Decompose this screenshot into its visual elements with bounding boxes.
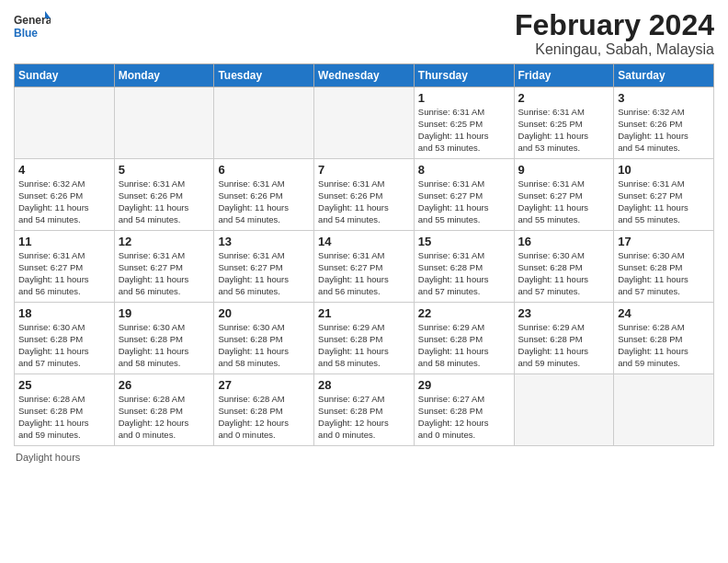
calendar-cell: 21Sunrise: 6:29 AM Sunset: 6:28 PM Dayli… [314, 303, 415, 374]
daylight-label: Daylight hours [16, 452, 80, 463]
calendar-cell: 17Sunrise: 6:30 AM Sunset: 6:28 PM Dayli… [614, 231, 714, 303]
day-info: Sunrise: 6:28 AM Sunset: 6:28 PM Dayligh… [218, 394, 310, 441]
col-header-sunday: Sunday [15, 64, 115, 87]
day-number: 12 [119, 235, 210, 248]
calendar-cell [114, 87, 214, 159]
day-info: Sunrise: 6:29 AM Sunset: 6:28 PM Dayligh… [318, 322, 410, 369]
day-info: Sunrise: 6:31 AM Sunset: 6:25 PM Dayligh… [518, 107, 610, 154]
day-number: 6 [218, 163, 310, 177]
calendar-cell: 26Sunrise: 6:28 AM Sunset: 6:28 PM Dayli… [114, 374, 214, 446]
day-info: Sunrise: 6:28 AM Sunset: 6:28 PM Dayligh… [618, 322, 710, 369]
calendar-cell: 11Sunrise: 6:31 AM Sunset: 6:27 PM Dayli… [15, 231, 115, 303]
calendar-table: SundayMondayTuesdayWednesdayThursdayFrid… [14, 63, 714, 446]
title-block: February 2024 Keningau, Sabah, Malaysia [515, 9, 714, 58]
calendar-cell: 22Sunrise: 6:29 AM Sunset: 6:28 PM Dayli… [414, 303, 514, 374]
week-row-3: 11Sunrise: 6:31 AM Sunset: 6:27 PM Dayli… [15, 231, 714, 303]
day-number: 24 [618, 306, 710, 320]
day-info: Sunrise: 6:31 AM Sunset: 6:27 PM Dayligh… [618, 178, 710, 225]
calendar-cell: 15Sunrise: 6:31 AM Sunset: 6:28 PM Dayli… [414, 231, 514, 303]
col-header-friday: Friday [514, 64, 614, 87]
day-info: Sunrise: 6:31 AM Sunset: 6:26 PM Dayligh… [119, 178, 210, 225]
week-row-2: 4Sunrise: 6:32 AM Sunset: 6:26 PM Daylig… [15, 159, 714, 231]
day-number: 27 [218, 378, 310, 392]
calendar-cell: 10Sunrise: 6:31 AM Sunset: 6:27 PM Dayli… [614, 159, 714, 231]
day-number: 16 [518, 235, 610, 248]
day-number: 18 [18, 306, 110, 320]
day-info: Sunrise: 6:31 AM Sunset: 6:25 PM Dayligh… [418, 107, 510, 154]
calendar-cell: 5Sunrise: 6:31 AM Sunset: 6:26 PM Daylig… [114, 159, 214, 231]
day-number: 5 [119, 163, 210, 177]
calendar-cell: 2Sunrise: 6:31 AM Sunset: 6:25 PM Daylig… [514, 87, 614, 159]
calendar-cell: 6Sunrise: 6:31 AM Sunset: 6:26 PM Daylig… [214, 159, 314, 231]
day-info: Sunrise: 6:27 AM Sunset: 6:28 PM Dayligh… [418, 394, 510, 441]
logo-svg: General Blue [14, 9, 51, 46]
calendar-cell: 13Sunrise: 6:31 AM Sunset: 6:27 PM Dayli… [214, 231, 314, 303]
day-info: Sunrise: 6:31 AM Sunset: 6:27 PM Dayligh… [119, 250, 210, 297]
calendar-cell [15, 87, 115, 159]
week-row-1: 1Sunrise: 6:31 AM Sunset: 6:25 PM Daylig… [15, 87, 714, 159]
day-number: 22 [418, 306, 510, 320]
calendar-cell: 27Sunrise: 6:28 AM Sunset: 6:28 PM Dayli… [214, 374, 314, 446]
day-info: Sunrise: 6:31 AM Sunset: 6:26 PM Dayligh… [218, 178, 310, 225]
day-number: 2 [518, 91, 610, 105]
day-number: 1 [418, 91, 510, 105]
day-number: 19 [119, 306, 210, 320]
day-number: 15 [418, 235, 510, 248]
day-info: Sunrise: 6:31 AM Sunset: 6:27 PM Dayligh… [318, 250, 410, 297]
day-number: 21 [318, 306, 410, 320]
day-info: Sunrise: 6:30 AM Sunset: 6:28 PM Dayligh… [218, 322, 310, 369]
day-info: Sunrise: 6:30 AM Sunset: 6:28 PM Dayligh… [18, 322, 110, 369]
day-info: Sunrise: 6:27 AM Sunset: 6:28 PM Dayligh… [318, 394, 410, 441]
day-info: Sunrise: 6:29 AM Sunset: 6:28 PM Dayligh… [518, 322, 610, 369]
day-number: 9 [518, 163, 610, 177]
calendar-header-row: SundayMondayTuesdayWednesdayThursdayFrid… [15, 64, 714, 87]
day-info: Sunrise: 6:29 AM Sunset: 6:28 PM Dayligh… [418, 322, 510, 369]
calendar-cell: 7Sunrise: 6:31 AM Sunset: 6:26 PM Daylig… [314, 159, 415, 231]
day-info: Sunrise: 6:30 AM Sunset: 6:28 PM Dayligh… [518, 250, 610, 297]
day-number: 7 [318, 163, 410, 177]
calendar-cell: 28Sunrise: 6:27 AM Sunset: 6:28 PM Dayli… [314, 374, 415, 446]
calendar-cell: 25Sunrise: 6:28 AM Sunset: 6:28 PM Dayli… [15, 374, 115, 446]
calendar-cell: 20Sunrise: 6:30 AM Sunset: 6:28 PM Dayli… [214, 303, 314, 374]
day-number: 26 [119, 378, 210, 392]
day-info: Sunrise: 6:32 AM Sunset: 6:26 PM Dayligh… [18, 178, 110, 225]
day-number: 14 [318, 235, 410, 248]
calendar-cell: 14Sunrise: 6:31 AM Sunset: 6:27 PM Dayli… [314, 231, 415, 303]
day-info: Sunrise: 6:28 AM Sunset: 6:28 PM Dayligh… [18, 394, 110, 441]
week-row-5: 25Sunrise: 6:28 AM Sunset: 6:28 PM Dayli… [15, 374, 714, 446]
col-header-thursday: Thursday [414, 64, 514, 87]
calendar-cell: 12Sunrise: 6:31 AM Sunset: 6:27 PM Dayli… [114, 231, 214, 303]
day-number: 11 [18, 235, 110, 248]
col-header-monday: Monday [114, 64, 214, 87]
logo: General Blue [14, 9, 51, 46]
calendar-cell: 8Sunrise: 6:31 AM Sunset: 6:27 PM Daylig… [414, 159, 514, 231]
page: General Blue February 2024 Keningau, Sab… [0, 0, 728, 563]
calendar-cell: 9Sunrise: 6:31 AM Sunset: 6:27 PM Daylig… [514, 159, 614, 231]
calendar-cell: 1Sunrise: 6:31 AM Sunset: 6:25 PM Daylig… [414, 87, 514, 159]
day-number: 3 [618, 91, 710, 105]
day-info: Sunrise: 6:31 AM Sunset: 6:27 PM Dayligh… [418, 178, 510, 225]
day-info: Sunrise: 6:31 AM Sunset: 6:28 PM Dayligh… [418, 250, 510, 297]
day-info: Sunrise: 6:31 AM Sunset: 6:27 PM Dayligh… [218, 250, 310, 297]
calendar-cell: 18Sunrise: 6:30 AM Sunset: 6:28 PM Dayli… [15, 303, 115, 374]
day-number: 20 [218, 306, 310, 320]
calendar-cell [614, 374, 714, 446]
day-number: 28 [318, 378, 410, 392]
svg-text:Blue: Blue [14, 27, 38, 40]
day-number: 8 [418, 163, 510, 177]
day-info: Sunrise: 6:30 AM Sunset: 6:28 PM Dayligh… [618, 250, 710, 297]
week-row-4: 18Sunrise: 6:30 AM Sunset: 6:28 PM Dayli… [15, 303, 714, 374]
calendar-cell: 16Sunrise: 6:30 AM Sunset: 6:28 PM Dayli… [514, 231, 614, 303]
day-number: 10 [618, 163, 710, 177]
day-info: Sunrise: 6:31 AM Sunset: 6:27 PM Dayligh… [518, 178, 610, 225]
calendar-cell: 23Sunrise: 6:29 AM Sunset: 6:28 PM Dayli… [514, 303, 614, 374]
calendar-cell: 4Sunrise: 6:32 AM Sunset: 6:26 PM Daylig… [15, 159, 115, 231]
calendar-cell [514, 374, 614, 446]
day-number: 4 [18, 163, 110, 177]
col-header-wednesday: Wednesday [314, 64, 415, 87]
col-header-tuesday: Tuesday [214, 64, 314, 87]
month-title: February 2024 [515, 9, 714, 41]
calendar-cell [214, 87, 314, 159]
calendar-cell: 24Sunrise: 6:28 AM Sunset: 6:28 PM Dayli… [614, 303, 714, 374]
footer: Daylight hours [14, 452, 714, 463]
